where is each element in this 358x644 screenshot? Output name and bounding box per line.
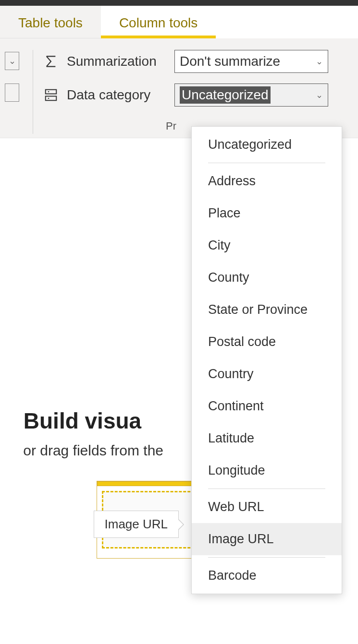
summarization-select[interactable]: Don't summarize ⌄ [174, 50, 328, 73]
field-drag-tooltip: Image URL [94, 511, 179, 538]
tab-column-tools[interactable]: Column tools [101, 6, 216, 38]
chevron-down-icon: ⌄ [316, 56, 323, 67]
dropdown-item[interactable]: Continent [192, 390, 342, 422]
data-category-select[interactable]: Uncategorized ⌄ [174, 83, 328, 107]
dropdown-item[interactable]: Image URL [192, 523, 342, 555]
dropdown-item[interactable]: Place [192, 197, 342, 229]
dropdown-item[interactable]: Latitude [192, 422, 342, 454]
dropdown-item[interactable]: Web URL [192, 491, 342, 523]
dropdown-item[interactable]: Country [192, 358, 342, 390]
canvas-sub-left: or drag fields from the [23, 442, 163, 458]
dropdown-separator [208, 163, 325, 163]
ribbon: ⌄ Summarization Don't summarize ⌄ [0, 38, 358, 138]
dropdown-item[interactable]: City [192, 229, 342, 262]
ribbon-left-fragment: ⌄ [0, 50, 24, 134]
summarization-row: Summarization Don't summarize ⌄ [42, 50, 358, 73]
sigma-icon [42, 52, 60, 71]
window-titlebar [0, 0, 358, 6]
dropdown-separator [208, 557, 325, 558]
ribbon-divider [33, 50, 33, 134]
ribbon-properties-group: Summarization Don't summarize ⌄ Data cat… [42, 50, 358, 134]
chevron-down-icon: ⌄ [9, 56, 16, 66]
dropdown-item[interactable]: Uncategorized [192, 129, 342, 161]
dropdown-item[interactable]: Address [192, 165, 342, 197]
tab-table-tools[interactable]: Table tools [0, 6, 101, 38]
summarization-label: Summarization [67, 54, 168, 69]
dropdown-item[interactable]: State or Province [192, 294, 342, 326]
dropdown-item[interactable]: Postal code [192, 326, 342, 358]
dropdown-item[interactable]: Longitude [192, 454, 342, 487]
summarization-value: Don't summarize [180, 54, 280, 69]
truncated-dropdown[interactable]: ⌄ [5, 52, 19, 70]
ribbon-tabs: Table tools Column tools [0, 6, 358, 38]
category-icon [42, 86, 60, 104]
chevron-down-icon: ⌄ [316, 90, 323, 100]
svg-rect-1 [46, 96, 57, 101]
dropdown-item[interactable]: Barcode [192, 560, 342, 592]
data-category-dropdown: UncategorizedAddressPlaceCityCountyState… [191, 126, 342, 594]
data-category-label: Data category [67, 87, 168, 103]
canvas-title-left: Build visua [24, 408, 141, 433]
dropdown-item[interactable]: County [192, 262, 342, 294]
data-category-value: Uncategorized [180, 86, 271, 104]
truncated-control[interactable] [5, 83, 19, 102]
svg-rect-0 [46, 90, 57, 94]
dropdown-separator [208, 489, 325, 489]
data-category-row: Data category Uncategorized ⌄ [42, 83, 358, 107]
